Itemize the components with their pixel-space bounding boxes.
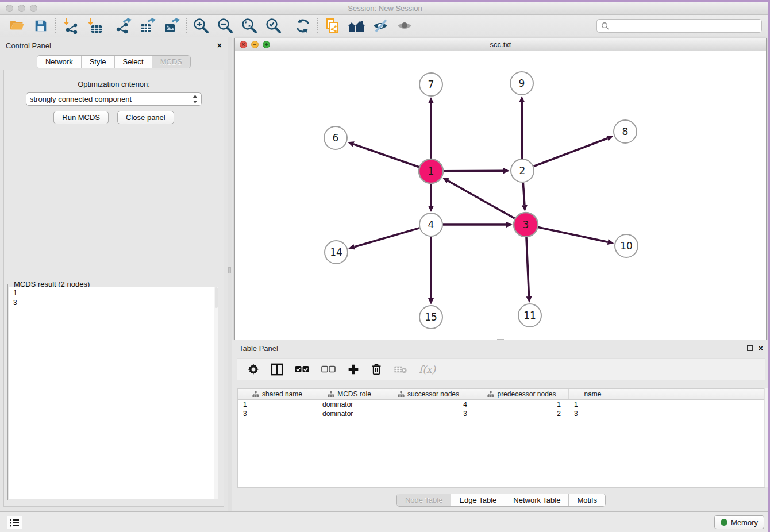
edge-1-6[interactable] xyxy=(353,144,419,167)
export-table-button[interactable] xyxy=(136,17,160,35)
delete-table-button[interactable] xyxy=(394,365,407,374)
cell-successor-nodes[interactable]: 3 xyxy=(382,409,475,418)
cell-MCDS-role[interactable]: dominator xyxy=(317,400,382,409)
cell-successor-nodes[interactable]: 4 xyxy=(382,400,475,409)
node-label-14: 14 xyxy=(330,246,342,258)
network-view-window: × − + scc.txt 7968124314101511 xyxy=(234,38,767,340)
export-network-icon xyxy=(116,18,132,34)
cell-predecessor-nodes[interactable]: 2 xyxy=(475,409,569,418)
tab-network-table[interactable]: Network Table xyxy=(505,494,569,506)
toolbar-separator xyxy=(109,18,109,34)
column-header-predecessor-nodes[interactable]: predecessor nodes xyxy=(475,389,569,399)
memory-status-icon xyxy=(721,519,727,526)
delete-row-button[interactable] xyxy=(371,363,382,376)
unselect-all-button[interactable] xyxy=(321,365,336,373)
node-label-4: 4 xyxy=(428,219,434,230)
edge-2-9[interactable] xyxy=(522,102,522,159)
edge-1-2[interactable] xyxy=(444,171,503,171)
column-label: successor nodes xyxy=(407,390,459,398)
attribute-tree-icon xyxy=(252,391,259,398)
tab-mcds[interactable]: MCDS xyxy=(152,56,190,68)
mcds-result-box[interactable]: 1 3 xyxy=(9,287,218,499)
copy-network-icon xyxy=(324,18,340,34)
close-panel-button[interactable]: Close panel xyxy=(117,111,174,124)
column-header-MCDS-role[interactable]: MCDS role xyxy=(317,389,382,399)
import-table-button[interactable] xyxy=(82,17,106,35)
column-view-button[interactable] xyxy=(271,363,283,376)
edge-3-10[interactable] xyxy=(538,228,608,242)
settings-gear-icon xyxy=(248,364,259,375)
edge-3-1[interactable] xyxy=(448,181,515,219)
table-row[interactable]: 3dominator323 xyxy=(238,409,764,418)
cell-shared-name[interactable]: 1 xyxy=(238,400,317,409)
tab-motifs[interactable]: Motifs xyxy=(569,494,605,506)
import-network-button[interactable] xyxy=(58,17,82,35)
edge-arrowhead xyxy=(503,168,510,174)
show-hidden-button[interactable] xyxy=(392,17,417,35)
mcds-result-text: 1 3 xyxy=(9,287,218,310)
zoom-selected-button[interactable] xyxy=(261,17,286,35)
home-networks-button[interactable] xyxy=(344,17,368,35)
select-all-button[interactable] xyxy=(295,365,310,373)
edge-2-3[interactable] xyxy=(523,183,524,205)
close-panel-icon[interactable]: × xyxy=(217,43,222,48)
tab-select[interactable]: Select xyxy=(115,56,152,68)
float-table-panel-icon[interactable] xyxy=(747,345,753,351)
run-mcds-button[interactable]: Run MCDS xyxy=(53,111,109,124)
mcds-panel: Optimization criterion: strongly connect… xyxy=(3,70,224,507)
edge-2-8[interactable] xyxy=(534,138,608,167)
tab-node-table[interactable]: Node Table xyxy=(397,494,452,506)
cell-MCDS-role[interactable]: dominator xyxy=(317,409,382,418)
float-panel-icon[interactable] xyxy=(206,43,211,48)
edge-arrowhead xyxy=(348,244,355,250)
search-input[interactable] xyxy=(610,22,761,30)
copy-network-button[interactable] xyxy=(320,17,344,35)
open-session-button[interactable] xyxy=(5,17,29,35)
settings-gear-button[interactable] xyxy=(248,364,259,375)
search-icon xyxy=(601,22,610,30)
task-history-button[interactable] xyxy=(7,516,22,529)
window-title: Session: New Session xyxy=(0,4,770,13)
search-box[interactable] xyxy=(596,19,762,33)
node-label-15: 15 xyxy=(425,311,437,323)
tab-edge-table[interactable]: Edge Table xyxy=(451,494,505,506)
memory-button[interactable]: Memory xyxy=(714,515,764,529)
cell-name[interactable]: 3 xyxy=(569,409,617,418)
add-row-icon xyxy=(348,364,359,375)
column-header-shared-name[interactable]: shared name xyxy=(238,389,317,399)
zoom-out-button[interactable] xyxy=(213,17,237,35)
export-network-button[interactable] xyxy=(111,17,136,35)
close-table-panel-icon[interactable]: × xyxy=(759,345,763,351)
cell-name[interactable]: 1 xyxy=(569,400,617,409)
edge-arrowhead xyxy=(606,136,613,141)
optimization-criterion-select[interactable]: strongly connected component xyxy=(26,92,202,106)
cell-shared-name[interactable]: 3 xyxy=(238,409,317,418)
zoom-in-button[interactable] xyxy=(189,17,213,35)
cell-predecessor-nodes[interactable]: 1 xyxy=(475,400,569,409)
tab-style[interactable]: Style xyxy=(82,56,115,68)
result-scrollbar[interactable] xyxy=(214,287,218,499)
save-session-button[interactable] xyxy=(29,17,53,35)
column-header-name[interactable]: name xyxy=(569,389,617,399)
edge-4-14[interactable] xyxy=(355,228,419,247)
export-image-button[interactable] xyxy=(160,17,184,35)
node-label-6: 6 xyxy=(333,132,339,144)
panel-splitter[interactable] xyxy=(228,37,232,511)
attribute-tree-icon xyxy=(398,391,405,398)
hide-selected-button[interactable] xyxy=(368,17,392,35)
function-builder-button[interactable]: f(x) xyxy=(419,364,436,375)
edge-arrowhead xyxy=(519,96,525,102)
mcds-result-group: MCDS result (2 nodes) 1 3 xyxy=(7,284,220,500)
table-row[interactable]: 1dominator411 xyxy=(238,400,764,409)
zoom-fit-button[interactable] xyxy=(237,17,261,35)
network-window-titlebar[interactable]: × − + scc.txt xyxy=(235,38,766,51)
column-header-successor-nodes[interactable]: successor nodes xyxy=(382,389,475,399)
network-canvas-svg[interactable]: 7968124314101511 xyxy=(235,51,766,340)
tab-network[interactable]: Network xyxy=(37,56,82,68)
add-row-button[interactable] xyxy=(348,364,359,375)
edge-3-11[interactable] xyxy=(526,237,529,296)
refresh-network-button[interactable] xyxy=(291,17,315,35)
hide-selected-icon xyxy=(372,18,389,34)
control-panel-title: Control Panel xyxy=(6,41,51,50)
open-session-icon xyxy=(9,18,25,34)
